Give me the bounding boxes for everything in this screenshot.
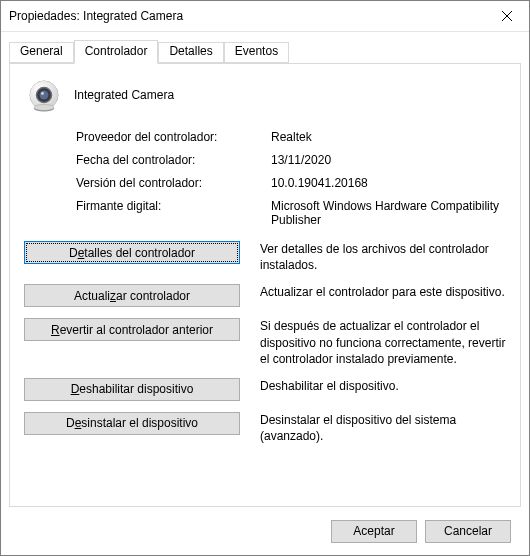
uninstall-device-button[interactable]: Desinstalar el dispositivo [24, 412, 240, 435]
properties-dialog: Propiedades: Integrated Camera General C… [0, 0, 530, 556]
rollback-driver-desc: Si después de actualizar el controlador … [260, 318, 506, 367]
window-title: Propiedades: Integrated Camera [9, 9, 484, 23]
ok-button[interactable]: Aceptar [331, 520, 417, 543]
dialog-footer: Aceptar Cancelar [9, 507, 521, 555]
uninstall-device-desc: Desinstalar el dispositivo del sistema (… [260, 412, 506, 444]
device-name: Integrated Camera [74, 88, 174, 102]
rollback-driver-button[interactable]: Revertir al controlador anterior [24, 318, 240, 341]
provider-value: Realtek [271, 130, 506, 144]
button-label: Deshabilitar dispositivo [71, 382, 194, 396]
close-icon [502, 11, 512, 21]
tab-panel-controlador: Integrated Camera Proveedor del controla… [9, 63, 521, 507]
tab-general[interactable]: General [9, 42, 74, 63]
svg-point-4 [41, 92, 44, 95]
action-buttons: Detalles del controlador Ver detalles de… [24, 241, 506, 444]
date-value: 13/11/2020 [271, 153, 506, 167]
tab-controlador[interactable]: Controlador [74, 40, 159, 64]
update-driver-button[interactable]: Actualizar controlador [24, 284, 240, 307]
button-label: Detalles del controlador [69, 246, 195, 260]
titlebar: Propiedades: Integrated Camera [1, 1, 529, 32]
disable-device-desc: Deshabilitar el dispositivo. [260, 378, 506, 394]
date-label: Fecha del controlador: [76, 153, 271, 167]
signer-label: Firmante digital: [76, 199, 271, 227]
button-label: Revertir al controlador anterior [51, 323, 213, 337]
button-label: Desinstalar el dispositivo [66, 416, 198, 430]
driver-properties: Proveedor del controlador: Realtek Fecha… [76, 130, 506, 227]
driver-details-button[interactable]: Detalles del controlador [24, 241, 240, 264]
update-driver-desc: Actualizar el controlador para este disp… [260, 284, 506, 300]
version-value: 10.0.19041.20168 [271, 176, 506, 190]
tab-bar: General Controlador Detalles Eventos [9, 40, 521, 63]
version-label: Versión del controlador: [76, 176, 271, 190]
svg-point-6 [34, 105, 54, 111]
device-header: Integrated Camera [24, 78, 506, 112]
dialog-content: General Controlador Detalles Eventos [1, 32, 529, 555]
tab-detalles[interactable]: Detalles [158, 42, 223, 63]
svg-point-3 [40, 91, 49, 100]
button-label: Actualizar controlador [74, 289, 190, 303]
driver-details-desc: Ver detalles de los archivos del control… [260, 241, 506, 273]
camera-icon [24, 78, 64, 112]
provider-label: Proveedor del controlador: [76, 130, 271, 144]
disable-device-button[interactable]: Deshabilitar dispositivo [24, 378, 240, 401]
tab-eventos[interactable]: Eventos [224, 42, 289, 63]
signer-value: Microsoft Windows Hardware Compatibility… [271, 199, 506, 227]
close-button[interactable] [484, 1, 529, 31]
cancel-button[interactable]: Cancelar [425, 520, 511, 543]
